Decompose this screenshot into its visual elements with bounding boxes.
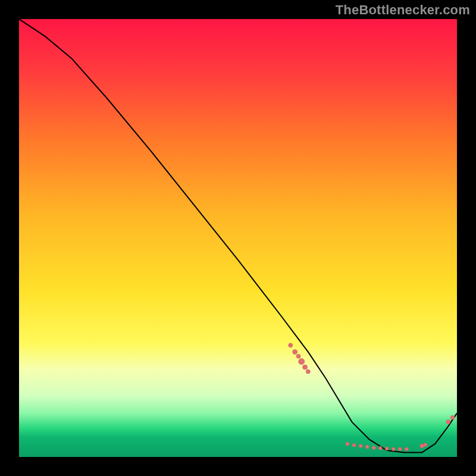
data-marker [385,447,389,450]
data-marker [450,415,455,419]
data-marker [446,420,450,424]
data-marker [299,359,305,365]
data-marker [293,349,298,354]
data-marker [398,447,402,451]
data-marker [289,343,293,347]
data-marker [424,443,427,446]
data-marker [346,442,349,446]
data-marker [372,446,375,450]
data-marker [296,354,300,358]
gradient-background [19,19,457,457]
data-marker [359,444,362,448]
data-marker [378,446,382,450]
data-marker [303,365,308,369]
data-marker [352,443,356,447]
data-marker [392,447,395,451]
chart-svg [19,19,457,457]
data-marker [405,447,408,451]
plot-area [19,19,457,457]
data-marker [306,369,310,374]
chart-frame: TheBottlenecker.com [0,0,476,476]
data-marker [420,444,424,448]
attribution-text: TheBottlenecker.com [336,2,470,18]
data-marker [365,445,369,449]
